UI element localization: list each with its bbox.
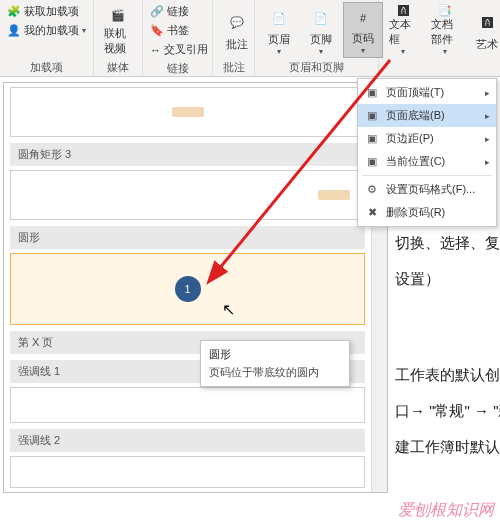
crossref-icon: ↔ xyxy=(150,43,161,57)
get-addins-label: 获取加载项 xyxy=(24,4,79,19)
gallery-item-rounded-rect-top[interactable] xyxy=(10,87,365,137)
quickparts-icon: 📑 xyxy=(431,4,459,17)
tooltip-desc: 页码位于带底纹的圆内 xyxy=(209,365,341,380)
person-icon: 👤 xyxy=(7,24,21,38)
group-label-text xyxy=(383,61,500,76)
format-icon: ⚙ xyxy=(364,183,380,196)
footer-icon: 📄 xyxy=(307,4,335,32)
comment-button[interactable]: 💬 批注 xyxy=(217,2,257,58)
link-icon: 🔗 xyxy=(150,5,164,19)
page-number-label: 页码 xyxy=(352,31,374,46)
wordart-button[interactable]: 🅰 艺术 xyxy=(467,2,500,58)
online-video-label: 联机视频 xyxy=(104,26,132,56)
dropdown-margins-label: 页边距(P) xyxy=(386,131,434,146)
dropdown-top-label: 页面顶端(T) xyxy=(386,85,444,100)
dropdown-bottom-label: 页面底端(B) xyxy=(386,108,445,123)
header-button[interactable]: 📄 页眉 ▾ xyxy=(259,2,299,58)
store-icon: 🧩 xyxy=(7,5,21,19)
footer-label: 页脚 xyxy=(310,32,332,47)
wordart-icon: 🅰 xyxy=(473,9,500,37)
page-bottom-icon: ▣ xyxy=(364,109,380,122)
chevron-right-icon: ▸ xyxy=(485,134,490,144)
doc-line: 设置） xyxy=(395,261,500,297)
page-number-button[interactable]: # 页码 ▾ xyxy=(343,2,383,58)
get-addins-button[interactable]: 🧩 获取加载项 xyxy=(4,2,89,21)
gallery-section-circle: 圆形 xyxy=(10,226,365,249)
comment-icon: 💬 xyxy=(223,9,251,37)
doc-line: 口→ "常规" → "新 xyxy=(395,393,500,429)
comment-label: 批注 xyxy=(226,37,248,52)
dropdown-remove-label: 删除页码(R) xyxy=(386,205,445,220)
ribbon-group-comments: 💬 批注 批注 xyxy=(213,0,255,76)
ribbon-group-media: 🎬 联机视频 媒体 xyxy=(94,0,143,76)
bookmark-icon: 🔖 xyxy=(150,24,164,38)
page-number-dropdown: ▣ 页面顶端(T) ▸ ▣ 页面底端(B) ▸ ▣ 页边距(P) ▸ ▣ 当前位… xyxy=(357,78,497,227)
video-icon: 🎬 xyxy=(104,4,132,26)
page-number-gallery: 圆角矩形 3 圆形 1 第 X 页 强调线 1 强调线 2 xyxy=(3,82,388,493)
chevron-down-icon: ▾ xyxy=(277,47,281,56)
doc-line: 建工作簿时默认的工 xyxy=(395,429,500,465)
chevron-down-icon: ▾ xyxy=(361,46,365,55)
my-addins-label: 我的加载项 xyxy=(24,23,79,38)
dropdown-current-label: 当前位置(C) xyxy=(386,154,445,169)
dropdown-item-format[interactable]: ⚙ 设置页码格式(F)... xyxy=(358,178,496,201)
remove-icon: ✖ xyxy=(364,206,380,219)
current-pos-icon: ▣ xyxy=(364,155,380,168)
badge-icon xyxy=(172,107,204,117)
dropdown-item-bottom[interactable]: ▣ 页面底端(B) ▸ xyxy=(358,104,496,127)
dropdown-item-current[interactable]: ▣ 当前位置(C) ▸ xyxy=(358,150,496,173)
quickparts-button[interactable]: 📑 文档部件 ▾ xyxy=(425,2,465,58)
group-label-addins: 加载项 xyxy=(4,58,89,76)
gallery-section-emphasis2: 强调线 2 xyxy=(10,429,365,452)
textbox-button[interactable]: 🅰 文本框 ▾ xyxy=(383,2,423,58)
my-addins-button[interactable]: 👤 我的加载项 ▾ xyxy=(4,21,89,40)
tooltip-title: 圆形 xyxy=(209,347,341,362)
page-margin-icon: ▣ xyxy=(364,132,380,145)
watermark-text: 爱刨根知识网 xyxy=(398,500,494,521)
footer-button[interactable]: 📄 页脚 ▾ xyxy=(301,2,341,58)
page-top-icon: ▣ xyxy=(364,86,380,99)
gallery-item-emphasis1[interactable] xyxy=(10,387,365,423)
bookmark-button[interactable]: 🔖 书签 xyxy=(147,21,208,40)
gallery-tooltip: 圆形 页码位于带底纹的圆内 xyxy=(200,340,350,387)
chevron-down-icon: ▾ xyxy=(319,47,323,56)
header-icon: 📄 xyxy=(265,4,293,32)
dropdown-format-label: 设置页码格式(F)... xyxy=(386,182,475,197)
gallery-item-emphasis2[interactable] xyxy=(10,456,365,488)
dropdown-item-margins[interactable]: ▣ 页边距(P) ▸ xyxy=(358,127,496,150)
group-label-headerfooter: 页眉和页脚 xyxy=(259,58,374,76)
textbox-label: 文本框 xyxy=(389,17,417,47)
dropdown-item-top[interactable]: ▣ 页面顶端(T) ▸ xyxy=(358,81,496,104)
ribbon-group-links: 🔗 链接 🔖 书签 ↔ 交叉引用 链接 xyxy=(143,0,213,76)
group-label-comments: 批注 xyxy=(217,58,250,76)
gallery-item-circle[interactable]: 1 xyxy=(10,253,365,325)
badge-icon xyxy=(318,190,350,200)
ribbon-group-addins: 🧩 获取加载项 👤 我的加载项 ▾ 加载项 xyxy=(0,0,94,76)
crossref-label: 交叉引用 xyxy=(164,42,208,57)
gallery-item-rounded-rect-3[interactable] xyxy=(10,170,365,220)
online-video-button[interactable]: 🎬 联机视频 xyxy=(98,2,138,58)
circle-page-number: 1 xyxy=(175,276,201,302)
link-button[interactable]: 🔗 链接 xyxy=(147,2,208,21)
mouse-cursor-icon: ↖ xyxy=(222,300,235,319)
ribbon-group-headerfooter: 📄 页眉 ▾ 📄 页脚 ▾ # 页码 ▾ 页眉和页脚 xyxy=(255,0,379,76)
doc-line: 切换、选择、复 xyxy=(395,225,500,261)
group-label-media: 媒体 xyxy=(98,58,138,76)
chevron-right-icon: ▸ xyxy=(485,157,490,167)
doc-line: 工作表的默认创建数 xyxy=(395,357,500,393)
header-label: 页眉 xyxy=(268,32,290,47)
chevron-down-icon: ▾ xyxy=(401,47,405,56)
ribbon: 🧩 获取加载项 👤 我的加载项 ▾ 加载项 🎬 联机视频 媒体 🔗 链接 � xyxy=(0,0,500,77)
document-body: 切换、选择、复 设置） 工作表的默认创建数 口→ "常规" → "新 建工作簿时… xyxy=(395,225,500,465)
gallery-section-rounded-rect: 圆角矩形 3 xyxy=(10,143,365,166)
bookmark-label: 书签 xyxy=(167,23,189,38)
ribbon-group-text: 🅰 文本框 ▾ 📑 文档部件 ▾ 🅰 艺术 xyxy=(379,0,500,76)
quickparts-label: 文档部件 xyxy=(431,17,459,47)
chevron-right-icon: ▸ xyxy=(485,111,490,121)
chevron-down-icon: ▾ xyxy=(443,47,447,56)
dropdown-item-remove[interactable]: ✖ 删除页码(R) xyxy=(358,201,496,224)
chevron-right-icon: ▸ xyxy=(485,88,490,98)
crossref-button[interactable]: ↔ 交叉引用 xyxy=(147,40,208,59)
link-label: 链接 xyxy=(167,4,189,19)
chevron-down-icon: ▾ xyxy=(82,26,86,35)
